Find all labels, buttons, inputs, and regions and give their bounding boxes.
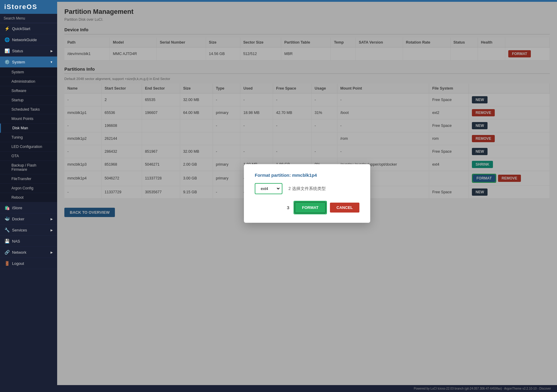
sidebar: iStoreOS Search Menu ⚡ QuickStart 🌐 Netw… — [0, 0, 57, 392]
modal-cancel-button[interactable]: CANCEL — [330, 203, 359, 213]
sidebar-subitem-backup-flash[interactable]: Backup / Flash Firmware — [0, 161, 57, 174]
sidebar-item-label: QuickStart — [12, 26, 30, 31]
sidebar-logo: iStoreOS — [0, 0, 57, 14]
sidebar-subitem-administration[interactable]: Administration — [0, 77, 57, 86]
nas-icon: 💾 — [4, 239, 10, 243]
filesystem-select[interactable]: ext4 ext3 ext2 fat32 ntfs — [257, 184, 281, 193]
docker-icon: 🐳 — [4, 216, 10, 221]
modal-title-text: Format partition: — [255, 173, 291, 178]
sidebar-item-system[interactable]: ⚙️ System ▼ — [0, 57, 57, 68]
system-icon: ⚙️ — [4, 60, 10, 64]
sidebar-subitem-tuning[interactable]: Tuning — [0, 133, 57, 142]
sidebar-subitem-argon[interactable]: Argon Config — [0, 184, 57, 193]
status-icon: 📊 — [4, 48, 10, 53]
footer-bar: Powered by LuCI lcioss-22.03 branch (git… — [57, 385, 557, 392]
sidebar-item-label: Services — [12, 228, 27, 232]
sidebar-item-networkguide[interactable]: 🌐 NetworkGuide — [0, 34, 57, 45]
chevron-right-icon: ▶ — [51, 49, 53, 53]
sidebar-item-label: NAS — [12, 239, 20, 243]
sidebar-subitem-file-transfer[interactable]: FileTransfer — [0, 174, 57, 184]
sidebar-subitem-system[interactable]: System — [0, 68, 57, 77]
fs-select-wrapper: ext4 ext3 ext2 fat32 ntfs — [255, 183, 282, 194]
sidebar-item-logout[interactable]: 🚪 Logout — [0, 258, 57, 269]
modal-format-button[interactable]: FORMAT — [294, 202, 326, 213]
sidebar-item-quickstart[interactable]: ⚡ QuickStart — [0, 23, 57, 34]
sidebar-item-istore[interactable]: 🛍️ iStore — [0, 202, 57, 213]
network-icon: 🔗 — [4, 250, 10, 255]
search-menu-label: Search Menu — [0, 14, 57, 23]
sidebar-item-label: Network — [12, 250, 26, 255]
sidebar-item-label: System — [12, 60, 25, 64]
modal-title: Format partition: mmcblk1p4 — [255, 173, 359, 178]
sidebar-item-label: NetworkGuide — [12, 38, 37, 42]
sidebar-subitem-reboot[interactable]: Reboot — [0, 193, 57, 202]
chevron-down-icon: ▼ — [50, 60, 53, 64]
services-icon: 🔧 — [4, 228, 10, 232]
modal-step3: 3 — [287, 205, 289, 210]
sidebar-item-label: Docker — [12, 217, 24, 221]
sidebar-subitem-software[interactable]: Software — [0, 86, 57, 96]
sidebar-subitem-scheduled-tasks[interactable]: Scheduled Tasks — [0, 105, 57, 114]
modal-partition-name: mmcblk1p4 — [292, 173, 317, 178]
chevron-right-icon: ▶ — [51, 217, 53, 221]
sidebar-subitem-disk-man[interactable]: Disk Man — [0, 124, 57, 133]
system-submenu: System Administration Software Startup S… — [0, 68, 57, 202]
chevron-right-icon: ▶ — [51, 228, 53, 232]
format-modal: Format partition: mmcblk1p4 ext4 ext3 ex… — [244, 164, 370, 223]
sidebar-item-nas[interactable]: 💾 NAS — [0, 236, 57, 247]
logout-icon: 🚪 — [4, 261, 10, 266]
sidebar-item-network[interactable]: 🔗 Network ▶ — [0, 247, 57, 258]
sidebar-item-label: Logout — [12, 261, 24, 266]
sidebar-subitem-ota[interactable]: OTA — [0, 152, 57, 161]
sidebar-item-status[interactable]: 📊 Status ▶ — [0, 45, 57, 57]
sidebar-subitem-startup[interactable]: Startup — [0, 96, 57, 105]
sidebar-item-services[interactable]: 🔧 Services ▶ — [0, 225, 57, 236]
sidebar-subitem-led[interactable]: LED Configuration — [0, 142, 57, 152]
networkguide-icon: 🌐 — [4, 37, 10, 42]
sidebar-item-label: iStore — [12, 206, 22, 210]
sidebar-subitem-mount-points[interactable]: Mount Points — [0, 114, 57, 124]
modal-overlay: Format partition: mmcblk1p4 ext4 ext3 ex… — [57, 2, 557, 385]
modal-buttons: 3 FORMAT CANCEL — [255, 201, 359, 214]
main-area: Partition Management Partition Disk over… — [57, 0, 557, 392]
sidebar-item-docker[interactable]: 🐳 Docker ▶ — [0, 213, 57, 225]
modal-content-row: ext4 ext3 ext2 fat32 ntfs 2 选择文件系统类型 — [255, 183, 359, 194]
content-area: Partition Management Partition Disk over… — [57, 2, 557, 385]
quickstart-icon: ⚡ — [4, 26, 10, 31]
istore-icon: 🛍️ — [4, 205, 10, 210]
chevron-right-icon: ▶ — [51, 251, 53, 254]
footer-text: Powered by LuCI lcioss-22.03 branch (git… — [414, 387, 551, 390]
format-btn-highlight: FORMAT — [294, 201, 327, 214]
modal-step-label: 2 选择文件系统类型 — [288, 186, 326, 191]
sidebar-item-label: Status — [12, 49, 23, 53]
